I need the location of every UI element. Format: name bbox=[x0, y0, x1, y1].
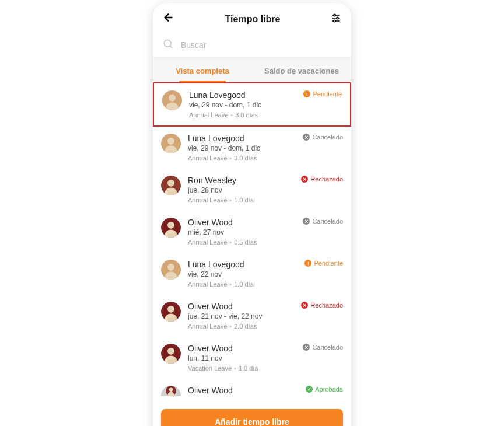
item-content: Oliver Woodjue, 21 nov - vie, 22 novAnnu… bbox=[188, 302, 294, 330]
item-meta: Annual Leave•3.0 días bbox=[189, 111, 296, 118]
item-date: jue, 21 nov - vie, 22 nov bbox=[188, 312, 294, 320]
item-name: Luna Lovegood bbox=[189, 90, 296, 100]
item-date: vie, 22 nov bbox=[188, 270, 298, 278]
svg-point-12 bbox=[167, 138, 174, 145]
svg-point-18 bbox=[167, 222, 174, 229]
list-item[interactable]: Oliver Wood✓Aprobada bbox=[153, 379, 351, 403]
dot-separator: • bbox=[229, 239, 232, 246]
status-text: Pendiente bbox=[313, 90, 342, 97]
item-meta: Annual Leave•1.0 día bbox=[188, 197, 294, 204]
item-date: vie, 29 nov - dom, 1 dic bbox=[188, 144, 296, 152]
status-text: Pendiente bbox=[314, 260, 343, 267]
dot-separator: • bbox=[230, 111, 233, 118]
svg-point-15 bbox=[167, 180, 174, 187]
svg-point-24 bbox=[167, 306, 174, 313]
tabs: Vista completa Saldo de vacaciones bbox=[153, 57, 351, 82]
app-screen: Tiempo libre Vista completa Saldo de vac… bbox=[153, 3, 351, 426]
item-leave-type: Annual Leave bbox=[188, 197, 227, 204]
search-input[interactable] bbox=[181, 40, 342, 50]
header: Tiempo libre bbox=[153, 3, 351, 33]
status-icon: ✕ bbox=[303, 134, 310, 141]
list-item[interactable]: Luna Lovegoodvie, 29 nov - dom, 1 dicAnn… bbox=[153, 127, 351, 169]
item-content: Luna Lovegoodvie, 29 nov - dom, 1 dicAnn… bbox=[189, 90, 296, 118]
status-text: Rechazado bbox=[310, 302, 343, 309]
list-item[interactable]: Ron Weasleyjue, 28 novAnnual Leave•1.0 d… bbox=[153, 169, 351, 211]
tab-vacation-balance[interactable]: Saldo de vacaciones bbox=[252, 57, 351, 82]
status-icon: ✕ bbox=[303, 344, 310, 351]
status-text: Rechazado bbox=[310, 176, 343, 183]
item-duration: 0.5 días bbox=[234, 239, 257, 246]
item-meta: Annual Leave•2.0 días bbox=[188, 323, 294, 330]
search-icon bbox=[162, 38, 174, 52]
item-meta: Annual Leave•3.0 días bbox=[188, 155, 296, 162]
item-date: jue, 28 nov bbox=[188, 186, 294, 194]
status-text: Aprobada bbox=[315, 386, 343, 393]
item-content: Oliver Woodlun, 11 novVacation Leave•1.0… bbox=[188, 344, 296, 372]
item-content: Luna Lovegoodvie, 22 novAnnual Leave•1.0… bbox=[188, 260, 298, 288]
item-leave-type: Annual Leave bbox=[188, 323, 227, 330]
dot-separator: • bbox=[229, 281, 232, 288]
item-date: lun, 11 nov bbox=[188, 354, 296, 362]
list-item[interactable]: Luna Lovegoodvie, 22 novAnnual Leave•1.0… bbox=[153, 253, 351, 295]
item-duration: 1.0 día bbox=[234, 197, 254, 204]
svg-point-9 bbox=[169, 95, 176, 102]
item-name: Luna Lovegood bbox=[188, 260, 298, 269]
item-name: Oliver Wood bbox=[188, 344, 296, 353]
list-item[interactable]: Oliver Woodlun, 11 novVacation Leave•1.0… bbox=[153, 337, 351, 379]
status-icon: ✕ bbox=[301, 302, 308, 309]
status-badge: !Pendiente bbox=[304, 260, 343, 267]
item-duration: 1.0 día bbox=[234, 281, 254, 288]
avatar bbox=[161, 218, 181, 238]
avatar bbox=[161, 344, 181, 364]
avatar bbox=[161, 176, 181, 195]
item-name: Oliver Wood bbox=[188, 386, 299, 395]
svg-point-5 bbox=[334, 20, 335, 22]
item-name: Luna Lovegood bbox=[188, 134, 296, 143]
item-leave-type: Annual Leave bbox=[189, 111, 228, 118]
item-meta: Annual Leave•0.5 días bbox=[188, 239, 296, 246]
status-icon: ! bbox=[304, 260, 312, 267]
avatar bbox=[161, 302, 181, 322]
add-time-off-button[interactable]: Añadir tiempo libre bbox=[161, 409, 343, 426]
item-duration: 1.0 día bbox=[239, 365, 258, 372]
svg-point-6 bbox=[164, 40, 171, 47]
dot-separator: • bbox=[229, 323, 232, 330]
search-bar[interactable] bbox=[153, 33, 351, 57]
item-content: Luna Lovegoodvie, 29 nov - dom, 1 dicAnn… bbox=[188, 134, 296, 162]
filter-button[interactable] bbox=[330, 12, 342, 26]
item-duration: 3.0 días bbox=[235, 111, 258, 118]
status-badge: ✕Rechazado bbox=[301, 176, 343, 183]
svg-point-30 bbox=[169, 388, 173, 392]
item-meta: Annual Leave•1.0 día bbox=[188, 281, 298, 288]
status-icon: ✕ bbox=[301, 176, 308, 183]
list-item[interactable]: Oliver Woodjue, 21 nov - vie, 22 novAnnu… bbox=[153, 295, 351, 337]
add-button-container: Añadir tiempo libre bbox=[153, 403, 351, 426]
item-name: Ron Weasley bbox=[188, 176, 294, 185]
back-button[interactable] bbox=[162, 11, 175, 27]
request-list: Luna Lovegoodvie, 29 nov - dom, 1 dicAnn… bbox=[153, 82, 351, 403]
status-badge: ✕Cancelado bbox=[303, 134, 343, 141]
status-badge: ✕Cancelado bbox=[303, 344, 343, 351]
list-item[interactable]: Oliver Woodmié, 27 novAnnual Leave•0.5 d… bbox=[153, 211, 351, 253]
tab-complete-view[interactable]: Vista completa bbox=[153, 57, 252, 82]
status-text: Cancelado bbox=[312, 218, 343, 225]
item-date: vie, 29 nov - dom, 1 dic bbox=[189, 101, 296, 109]
status-badge: ✕Cancelado bbox=[303, 218, 343, 225]
status-badge: ✕Rechazado bbox=[301, 302, 343, 309]
status-icon: ✓ bbox=[306, 386, 313, 393]
svg-point-3 bbox=[337, 17, 338, 19]
status-text: Cancelado bbox=[312, 344, 343, 351]
svg-line-7 bbox=[170, 46, 173, 48]
list-item[interactable]: Luna Lovegoodvie, 29 nov - dom, 1 dicAnn… bbox=[153, 82, 351, 127]
svg-point-27 bbox=[167, 348, 174, 355]
status-text: Cancelado bbox=[312, 134, 343, 141]
item-date: mié, 27 nov bbox=[188, 228, 296, 236]
item-name: Oliver Wood bbox=[188, 218, 296, 227]
dot-separator: • bbox=[229, 155, 232, 162]
item-content: Oliver Woodmié, 27 novAnnual Leave•0.5 d… bbox=[188, 218, 296, 246]
item-duration: 3.0 días bbox=[234, 155, 257, 162]
item-meta: Vacation Leave•1.0 día bbox=[188, 365, 296, 372]
item-leave-type: Annual Leave bbox=[188, 239, 227, 246]
item-leave-type: Annual Leave bbox=[188, 281, 227, 288]
item-leave-type: Annual Leave bbox=[188, 155, 227, 162]
